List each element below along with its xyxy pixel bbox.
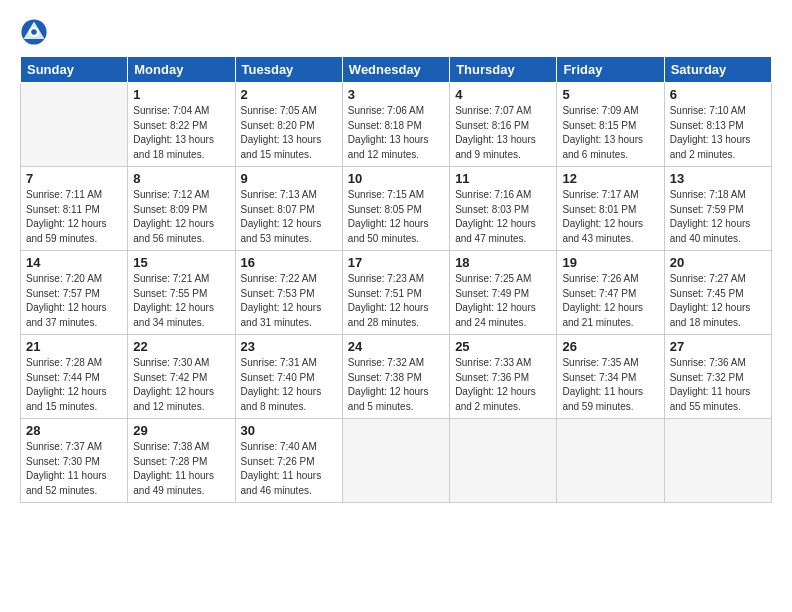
calendar-cell: 13Sunrise: 7:18 AM Sunset: 7:59 PM Dayli… xyxy=(664,167,771,251)
calendar-cell xyxy=(21,83,128,167)
calendar-cell: 6Sunrise: 7:10 AM Sunset: 8:13 PM Daylig… xyxy=(664,83,771,167)
day-info: Sunrise: 7:38 AM Sunset: 7:28 PM Dayligh… xyxy=(133,440,229,498)
day-number: 5 xyxy=(562,87,658,102)
calendar-cell: 10Sunrise: 7:15 AM Sunset: 8:05 PM Dayli… xyxy=(342,167,449,251)
day-info: Sunrise: 7:21 AM Sunset: 7:55 PM Dayligh… xyxy=(133,272,229,330)
weekday-header-wednesday: Wednesday xyxy=(342,57,449,83)
calendar-cell: 23Sunrise: 7:31 AM Sunset: 7:40 PM Dayli… xyxy=(235,335,342,419)
logo xyxy=(20,18,52,46)
calendar-cell: 2Sunrise: 7:05 AM Sunset: 8:20 PM Daylig… xyxy=(235,83,342,167)
day-info: Sunrise: 7:23 AM Sunset: 7:51 PM Dayligh… xyxy=(348,272,444,330)
day-number: 12 xyxy=(562,171,658,186)
day-info: Sunrise: 7:36 AM Sunset: 7:32 PM Dayligh… xyxy=(670,356,766,414)
calendar-cell xyxy=(557,419,664,503)
day-number: 4 xyxy=(455,87,551,102)
day-info: Sunrise: 7:11 AM Sunset: 8:11 PM Dayligh… xyxy=(26,188,122,246)
calendar-page: SundayMondayTuesdayWednesdayThursdayFrid… xyxy=(0,0,792,612)
day-number: 21 xyxy=(26,339,122,354)
day-info: Sunrise: 7:22 AM Sunset: 7:53 PM Dayligh… xyxy=(241,272,337,330)
calendar-cell: 30Sunrise: 7:40 AM Sunset: 7:26 PM Dayli… xyxy=(235,419,342,503)
week-row-5: 28Sunrise: 7:37 AM Sunset: 7:30 PM Dayli… xyxy=(21,419,772,503)
calendar-cell: 4Sunrise: 7:07 AM Sunset: 8:16 PM Daylig… xyxy=(450,83,557,167)
calendar-cell: 3Sunrise: 7:06 AM Sunset: 8:18 PM Daylig… xyxy=(342,83,449,167)
calendar-cell: 24Sunrise: 7:32 AM Sunset: 7:38 PM Dayli… xyxy=(342,335,449,419)
calendar-cell: 14Sunrise: 7:20 AM Sunset: 7:57 PM Dayli… xyxy=(21,251,128,335)
day-info: Sunrise: 7:35 AM Sunset: 7:34 PM Dayligh… xyxy=(562,356,658,414)
day-info: Sunrise: 7:33 AM Sunset: 7:36 PM Dayligh… xyxy=(455,356,551,414)
calendar-cell: 11Sunrise: 7:16 AM Sunset: 8:03 PM Dayli… xyxy=(450,167,557,251)
day-number: 9 xyxy=(241,171,337,186)
calendar-cell: 12Sunrise: 7:17 AM Sunset: 8:01 PM Dayli… xyxy=(557,167,664,251)
week-row-3: 14Sunrise: 7:20 AM Sunset: 7:57 PM Dayli… xyxy=(21,251,772,335)
calendar-cell: 22Sunrise: 7:30 AM Sunset: 7:42 PM Dayli… xyxy=(128,335,235,419)
day-info: Sunrise: 7:18 AM Sunset: 7:59 PM Dayligh… xyxy=(670,188,766,246)
day-number: 23 xyxy=(241,339,337,354)
calendar-cell: 25Sunrise: 7:33 AM Sunset: 7:36 PM Dayli… xyxy=(450,335,557,419)
calendar-cell: 20Sunrise: 7:27 AM Sunset: 7:45 PM Dayli… xyxy=(664,251,771,335)
calendar-cell xyxy=(664,419,771,503)
logo-icon xyxy=(20,18,48,46)
day-number: 8 xyxy=(133,171,229,186)
day-number: 6 xyxy=(670,87,766,102)
day-number: 2 xyxy=(241,87,337,102)
day-number: 29 xyxy=(133,423,229,438)
header xyxy=(20,18,772,46)
weekday-header-monday: Monday xyxy=(128,57,235,83)
day-info: Sunrise: 7:32 AM Sunset: 7:38 PM Dayligh… xyxy=(348,356,444,414)
calendar-cell: 15Sunrise: 7:21 AM Sunset: 7:55 PM Dayli… xyxy=(128,251,235,335)
calendar-cell: 21Sunrise: 7:28 AM Sunset: 7:44 PM Dayli… xyxy=(21,335,128,419)
day-number: 28 xyxy=(26,423,122,438)
day-info: Sunrise: 7:07 AM Sunset: 8:16 PM Dayligh… xyxy=(455,104,551,162)
day-info: Sunrise: 7:10 AM Sunset: 8:13 PM Dayligh… xyxy=(670,104,766,162)
day-number: 1 xyxy=(133,87,229,102)
calendar-cell: 5Sunrise: 7:09 AM Sunset: 8:15 PM Daylig… xyxy=(557,83,664,167)
day-number: 16 xyxy=(241,255,337,270)
calendar-cell: 1Sunrise: 7:04 AM Sunset: 8:22 PM Daylig… xyxy=(128,83,235,167)
day-number: 15 xyxy=(133,255,229,270)
day-number: 18 xyxy=(455,255,551,270)
day-number: 3 xyxy=(348,87,444,102)
calendar-cell: 29Sunrise: 7:38 AM Sunset: 7:28 PM Dayli… xyxy=(128,419,235,503)
day-number: 11 xyxy=(455,171,551,186)
day-number: 27 xyxy=(670,339,766,354)
calendar-cell: 27Sunrise: 7:36 AM Sunset: 7:32 PM Dayli… xyxy=(664,335,771,419)
svg-point-3 xyxy=(31,29,37,35)
calendar-cell: 16Sunrise: 7:22 AM Sunset: 7:53 PM Dayli… xyxy=(235,251,342,335)
calendar-table: SundayMondayTuesdayWednesdayThursdayFrid… xyxy=(20,56,772,503)
day-number: 22 xyxy=(133,339,229,354)
calendar-cell: 17Sunrise: 7:23 AM Sunset: 7:51 PM Dayli… xyxy=(342,251,449,335)
day-number: 30 xyxy=(241,423,337,438)
week-row-1: 1Sunrise: 7:04 AM Sunset: 8:22 PM Daylig… xyxy=(21,83,772,167)
day-number: 25 xyxy=(455,339,551,354)
weekday-header-tuesday: Tuesday xyxy=(235,57,342,83)
day-info: Sunrise: 7:09 AM Sunset: 8:15 PM Dayligh… xyxy=(562,104,658,162)
day-info: Sunrise: 7:37 AM Sunset: 7:30 PM Dayligh… xyxy=(26,440,122,498)
calendar-cell: 9Sunrise: 7:13 AM Sunset: 8:07 PM Daylig… xyxy=(235,167,342,251)
day-info: Sunrise: 7:20 AM Sunset: 7:57 PM Dayligh… xyxy=(26,272,122,330)
day-number: 24 xyxy=(348,339,444,354)
day-info: Sunrise: 7:06 AM Sunset: 8:18 PM Dayligh… xyxy=(348,104,444,162)
day-info: Sunrise: 7:12 AM Sunset: 8:09 PM Dayligh… xyxy=(133,188,229,246)
calendar-cell: 8Sunrise: 7:12 AM Sunset: 8:09 PM Daylig… xyxy=(128,167,235,251)
day-info: Sunrise: 7:15 AM Sunset: 8:05 PM Dayligh… xyxy=(348,188,444,246)
calendar-cell: 28Sunrise: 7:37 AM Sunset: 7:30 PM Dayli… xyxy=(21,419,128,503)
weekday-header-sunday: Sunday xyxy=(21,57,128,83)
day-number: 17 xyxy=(348,255,444,270)
day-info: Sunrise: 7:17 AM Sunset: 8:01 PM Dayligh… xyxy=(562,188,658,246)
week-row-4: 21Sunrise: 7:28 AM Sunset: 7:44 PM Dayli… xyxy=(21,335,772,419)
day-info: Sunrise: 7:13 AM Sunset: 8:07 PM Dayligh… xyxy=(241,188,337,246)
day-number: 19 xyxy=(562,255,658,270)
weekday-header-thursday: Thursday xyxy=(450,57,557,83)
day-info: Sunrise: 7:16 AM Sunset: 8:03 PM Dayligh… xyxy=(455,188,551,246)
day-number: 20 xyxy=(670,255,766,270)
day-number: 26 xyxy=(562,339,658,354)
weekday-header-friday: Friday xyxy=(557,57,664,83)
calendar-cell: 7Sunrise: 7:11 AM Sunset: 8:11 PM Daylig… xyxy=(21,167,128,251)
day-info: Sunrise: 7:30 AM Sunset: 7:42 PM Dayligh… xyxy=(133,356,229,414)
day-info: Sunrise: 7:25 AM Sunset: 7:49 PM Dayligh… xyxy=(455,272,551,330)
day-info: Sunrise: 7:04 AM Sunset: 8:22 PM Dayligh… xyxy=(133,104,229,162)
day-info: Sunrise: 7:31 AM Sunset: 7:40 PM Dayligh… xyxy=(241,356,337,414)
week-row-2: 7Sunrise: 7:11 AM Sunset: 8:11 PM Daylig… xyxy=(21,167,772,251)
calendar-cell: 19Sunrise: 7:26 AM Sunset: 7:47 PM Dayli… xyxy=(557,251,664,335)
day-number: 7 xyxy=(26,171,122,186)
